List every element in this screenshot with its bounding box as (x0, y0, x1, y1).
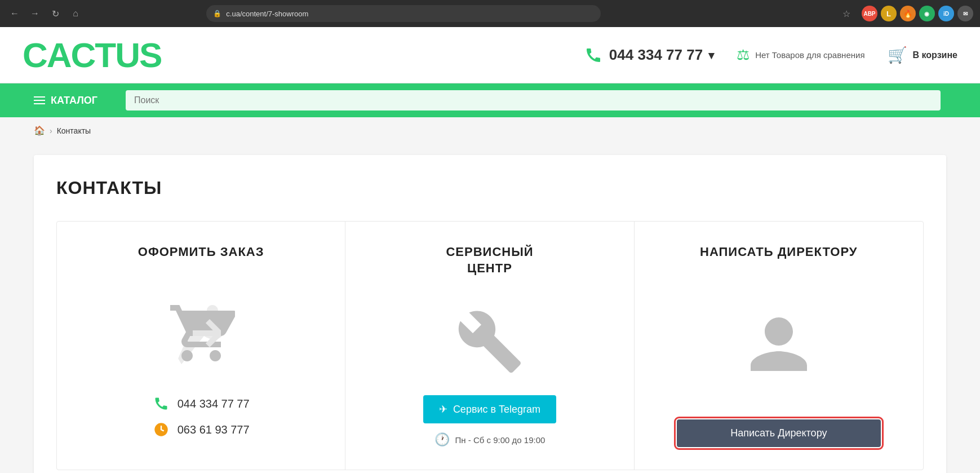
schedule-text: Пн - Сб с 9:00 до 19:00 (455, 435, 546, 445)
id-extension[interactable]: iD (938, 6, 954, 21)
phone-number: 044 334 77 77 (609, 46, 703, 64)
circle-extension[interactable]: ◉ (919, 6, 935, 21)
director-card-title: НАПИСАТЬ ДИРЕКТОРУ (700, 244, 858, 260)
page-title: КОНТАКТЫ (56, 178, 924, 198)
hamburger-icon (34, 96, 45, 104)
browser-chrome: ← → ↻ ⌂ 🔒 c.ua/content/7-showroom ☆ ABP … (0, 0, 980, 27)
service-card-title: СЕРВИСНЫЙЦЕНТР (446, 244, 533, 276)
service-card-icon (456, 304, 524, 378)
forward-button[interactable]: → (27, 6, 43, 21)
nav-bar: КАТАЛОГ (0, 83, 980, 117)
order-card-title: ОФОРМИТЬ ЗАКАЗ (138, 244, 264, 260)
catalog-label: КАТАЛОГ (51, 95, 97, 107)
telegram-icon: ✈ (439, 403, 447, 415)
contacts-grid: ОФОРМИТЬ ЗАКАЗ (56, 221, 924, 470)
order-card-icon (167, 289, 235, 378)
address-text: c.ua/content/7-showroom (226, 10, 308, 18)
cart-icon: 🛒 (888, 46, 907, 64)
lock-icon: 🔒 (213, 10, 221, 17)
search-input[interactable] (126, 90, 941, 110)
header-cart[interactable]: 🛒 В корзине (888, 46, 957, 64)
clock-icon: 🕐 (434, 432, 450, 447)
main-content: КОНТАКТЫ ОФОРМИТЬ ЗАКАЗ (0, 144, 980, 473)
content-card: КОНТАКТЫ ОФОРМИТЬ ЗАКАЗ (34, 155, 946, 473)
site-header: CACTUS 044 334 77 77 ▾ ⚖ Нет Товаров для… (0, 27, 980, 83)
telegram-service-button[interactable]: ✈ Сервис в Telegram (423, 395, 556, 423)
header-phone[interactable]: 044 334 77 77 ▾ (583, 45, 714, 65)
phone-orange-icon (153, 421, 170, 438)
abp-extension[interactable]: ABP (862, 6, 877, 21)
breadcrumb-current: Контакты (57, 126, 91, 135)
back-button[interactable]: ← (7, 6, 23, 21)
search-container (109, 90, 957, 110)
phone-number-1: 044 334 77 77 (178, 397, 250, 410)
catalog-nav-item[interactable]: КАТАЛОГ (23, 83, 109, 117)
mail-extension[interactable]: ✉ (957, 6, 973, 21)
breadcrumb-separator: › (50, 126, 52, 135)
compare-icon: ⚖ (737, 46, 750, 64)
director-card-icon (745, 289, 813, 403)
refresh-button[interactable]: ↻ (47, 6, 63, 21)
extensions-bar: ABP L 🔥 ◉ iD ✉ (862, 6, 973, 21)
site-logo[interactable]: CACTUS (23, 38, 161, 73)
director-card: НАПИСАТЬ ДИРЕКТОРУ Написать Директору (635, 222, 923, 470)
address-bar[interactable]: 🔒 c.ua/content/7-showroom (206, 5, 601, 22)
home-button[interactable]: ⌂ (68, 6, 83, 21)
phone-number-2: 063 61 93 777 (178, 423, 250, 436)
phone-entry-2[interactable]: 063 61 93 777 (153, 421, 250, 438)
phone-chevron-icon[interactable]: ▾ (708, 48, 714, 62)
cart-text: В корзине (913, 50, 957, 60)
l-extension[interactable]: L (881, 6, 897, 21)
phone-green-icon (153, 395, 170, 412)
service-card: СЕРВИСНЫЙЦЕНТР ✈ Сервис в Telegram 🕐 Пн … (345, 222, 634, 470)
order-card: ОФОРМИТЬ ЗАКАЗ (57, 222, 345, 470)
breadcrumb: 🏠 › Контакты (0, 117, 980, 144)
phone-entry-1[interactable]: 044 334 77 77 (153, 395, 250, 412)
service-schedule: 🕐 Пн - Сб с 9:00 до 19:00 (434, 432, 546, 447)
breadcrumb-home-icon[interactable]: 🏠 (34, 125, 45, 136)
compare-text: Нет Товаров для сравнения (755, 50, 864, 60)
telegram-btn-label: Сервис в Telegram (453, 404, 540, 415)
phone-icon (583, 45, 604, 65)
director-btn-label: Написать Директору (730, 427, 827, 439)
write-director-button[interactable]: Написать Директору (677, 419, 881, 447)
fire-extension[interactable]: 🔥 (900, 6, 916, 21)
order-phones: 044 334 77 77 063 61 93 777 (153, 395, 250, 447)
bookmark-icon[interactable]: ☆ (842, 8, 850, 19)
header-compare[interactable]: ⚖ Нет Товаров для сравнения (737, 46, 864, 64)
